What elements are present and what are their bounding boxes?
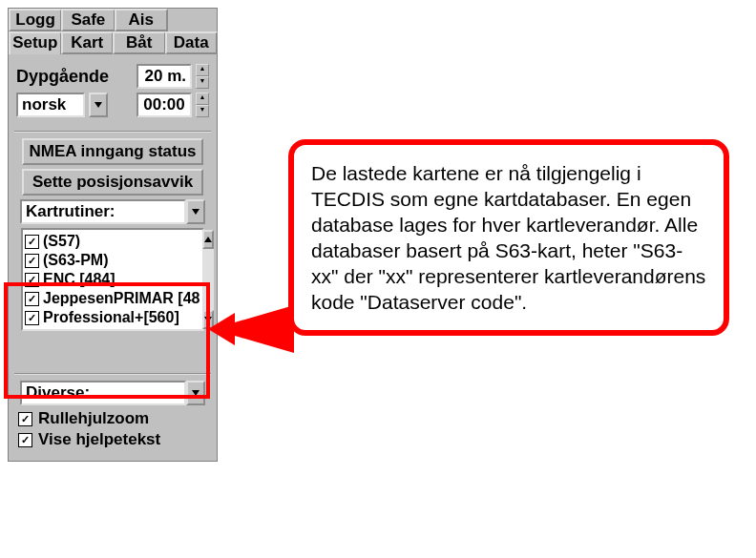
svg-marker-2 bbox=[204, 237, 212, 242]
svg-marker-3 bbox=[204, 317, 212, 322]
time-field[interactable]: 00:00 bbox=[136, 93, 192, 117]
dropdown-arrow-icon[interactable] bbox=[186, 199, 205, 224]
tab-ais[interactable]: Ais bbox=[115, 9, 168, 31]
chart-item-checkbox[interactable]: ✓ bbox=[25, 235, 39, 249]
spin-down-icon[interactable]: ▼ bbox=[196, 105, 209, 117]
svg-marker-5 bbox=[208, 305, 294, 353]
tab-logg[interactable]: Logg bbox=[9, 9, 62, 31]
tab-row-1: Logg Safe Ais bbox=[9, 9, 217, 31]
chart-routines-label: Kartrutiner: bbox=[20, 199, 186, 224]
diverse-label: Diverse: bbox=[20, 381, 186, 405]
language-dropdown-arrow[interactable] bbox=[89, 93, 108, 117]
chart-item-checkbox[interactable]: ✓ bbox=[25, 311, 39, 325]
spin-up-icon[interactable]: ▲ bbox=[196, 64, 209, 76]
chart-item-checkbox[interactable]: ✓ bbox=[25, 292, 39, 306]
chart-list-item[interactable]: ✓ENC [484] bbox=[25, 270, 200, 289]
tab-bat[interactable]: Båt bbox=[113, 31, 166, 54]
chart-item-checkbox[interactable]: ✓ bbox=[25, 254, 39, 268]
spin-down-icon[interactable]: ▼ bbox=[196, 76, 209, 89]
depth-spinner[interactable]: ▲ ▼ bbox=[196, 64, 209, 89]
tab-row-2: Setup Kart Båt Data bbox=[9, 31, 217, 54]
callout-box: De lastede kartene er nå tilgjengelig i … bbox=[288, 139, 729, 336]
svg-marker-0 bbox=[94, 102, 102, 108]
settings-panel: Logg Safe Ais Setup Kart Båt Data Dypgåe… bbox=[8, 8, 218, 462]
spin-up-icon[interactable]: ▲ bbox=[196, 93, 209, 105]
chart-database-list: ✓(S57)✓(S63-PM)✓ENC [484]✓JeppesenPRIMAR… bbox=[21, 228, 204, 331]
set-position-offset-button[interactable]: Sette posisjonsavvik bbox=[22, 169, 203, 196]
chart-list-item[interactable]: ✓(S63-PM) bbox=[25, 251, 200, 270]
wheel-zoom-checkbox[interactable]: ✓ bbox=[18, 412, 32, 426]
time-spinner[interactable]: ▲ ▼ bbox=[196, 93, 209, 117]
language-field[interactable]: norsk bbox=[16, 93, 85, 117]
svg-marker-1 bbox=[192, 209, 200, 215]
svg-marker-4 bbox=[192, 390, 200, 396]
callout-arrow-icon bbox=[208, 305, 294, 353]
chart-item-label: (S57) bbox=[43, 232, 80, 251]
depth-field[interactable]: 20 m. bbox=[136, 64, 192, 89]
tab-setup[interactable]: Setup bbox=[9, 31, 62, 54]
depth-label: Dypgående bbox=[16, 67, 109, 87]
chart-list-item[interactable]: ✓Professional+[560] bbox=[25, 308, 200, 327]
wheel-zoom-label: Rullehjulzoom bbox=[38, 409, 149, 428]
help-text-checkbox[interactable]: ✓ bbox=[18, 433, 32, 447]
dropdown-arrow-icon[interactable] bbox=[186, 381, 205, 405]
scroll-track[interactable] bbox=[202, 249, 214, 310]
diverse-dropdown[interactable]: Diverse: bbox=[20, 381, 205, 405]
callout-text: De lastede kartene er nå tilgjengelig i … bbox=[311, 162, 705, 313]
chart-item-label: ENC [484] bbox=[43, 270, 116, 289]
tab-safe[interactable]: Safe bbox=[61, 9, 115, 31]
chart-routines-dropdown[interactable]: Kartrutiner: bbox=[20, 199, 205, 224]
list-scrollbar[interactable] bbox=[202, 230, 214, 329]
tab-data[interactable]: Data bbox=[165, 31, 219, 54]
chart-item-checkbox[interactable]: ✓ bbox=[25, 273, 39, 287]
chart-list-item[interactable]: ✓(S57) bbox=[25, 232, 200, 251]
scroll-up-icon[interactable] bbox=[202, 230, 214, 249]
chart-list-item[interactable]: ✓JeppesenPRIMAR [48 bbox=[25, 289, 200, 308]
chart-item-label: Professional+[560] bbox=[43, 308, 179, 327]
scroll-down-icon[interactable] bbox=[202, 310, 214, 329]
nmea-status-button[interactable]: NMEA inngang status bbox=[22, 138, 203, 165]
chart-item-label: (S63-PM) bbox=[43, 251, 108, 270]
chart-item-label: JeppesenPRIMAR [48 bbox=[43, 289, 200, 308]
help-text-label: Vise hjelpetekst bbox=[38, 430, 160, 449]
tab-kart[interactable]: Kart bbox=[61, 31, 115, 54]
